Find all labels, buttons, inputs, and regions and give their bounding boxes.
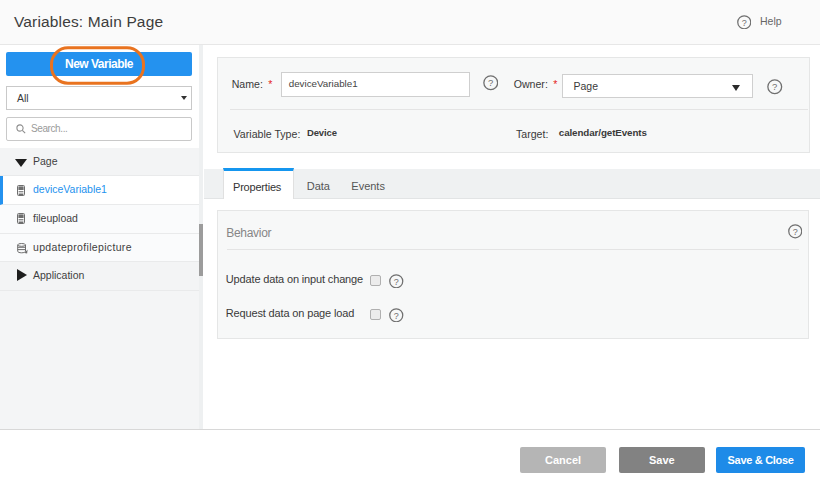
svg-text:?: ? <box>394 311 399 321</box>
svg-text:?: ? <box>394 277 399 287</box>
svg-text:?: ? <box>772 82 777 93</box>
svg-text:?: ? <box>488 78 493 89</box>
svg-text:?: ? <box>793 227 798 237</box>
svg-text:?: ? <box>742 17 747 27</box>
